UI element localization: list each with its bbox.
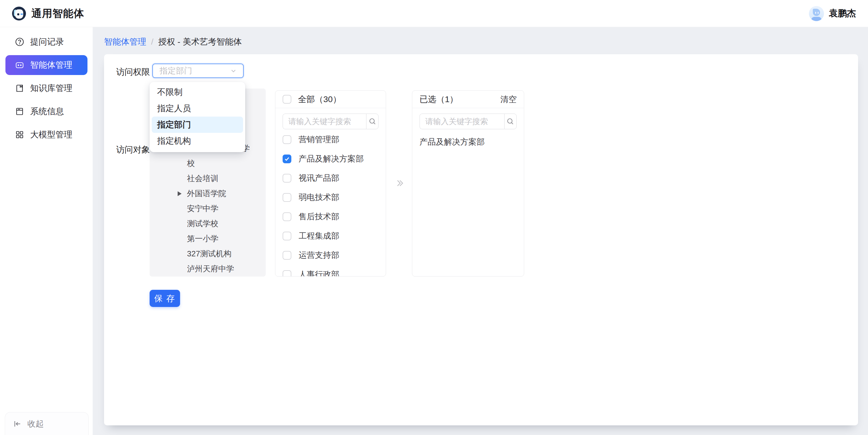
all-panel-search-button[interactable] bbox=[366, 113, 378, 129]
tree-item-label: 外国语学院 bbox=[187, 188, 226, 199]
permission-label: 访问权限： bbox=[116, 66, 158, 78]
agent-chat-icon bbox=[15, 61, 24, 70]
sidebar: 提问记录 智能体管理 知识库管理 bbox=[0, 27, 93, 435]
department-label: 人事行政部 bbox=[299, 269, 339, 276]
department-label: 产品及解决方案部 bbox=[299, 153, 364, 164]
all-panel-title: 全部（30） bbox=[298, 94, 341, 105]
clear-selection-button[interactable]: 清空 bbox=[500, 94, 517, 105]
tree-item-label: 泸州天府中学 bbox=[187, 264, 234, 274]
tree-item-partial-wrap[interactable]: 校 bbox=[150, 156, 266, 171]
tree-item-label: 社会培训 bbox=[187, 173, 218, 184]
authorization-card: 访问权限： 指定部门 访问对象： 学 校 社会培训 外国语学院 bbox=[104, 54, 858, 425]
department-checkbox[interactable] bbox=[283, 212, 291, 221]
sidebar-item-model-management[interactable]: 大模型管理 bbox=[5, 125, 88, 144]
sidebar-item-system-info[interactable]: 系统信息 bbox=[5, 102, 88, 122]
tree-item[interactable]: 泸州天府中学 bbox=[150, 261, 266, 276]
screen: 通用智能体 袁鹏杰 提问记录 bbox=[0, 0, 868, 435]
tree-item[interactable]: 第一小学 bbox=[150, 231, 266, 246]
app-logo-icon bbox=[12, 7, 26, 21]
department-row[interactable]: 弱电技术部 bbox=[275, 188, 386, 207]
knowledge-book-icon bbox=[15, 84, 24, 93]
brand: 通用智能体 bbox=[12, 7, 84, 21]
department-row[interactable]: 运营支持部 bbox=[275, 245, 386, 265]
top-bar: 通用智能体 袁鹏杰 bbox=[0, 0, 868, 27]
department-checkbox[interactable] bbox=[283, 251, 291, 260]
save-button[interactable]: 保 存 bbox=[150, 290, 180, 307]
breadcrumb-link-agent-management[interactable]: 智能体管理 bbox=[104, 36, 146, 47]
department-checkbox[interactable] bbox=[283, 193, 291, 202]
sidebar-item-knowledge-base[interactable]: 知识库管理 bbox=[5, 78, 88, 98]
model-grid-icon bbox=[15, 130, 24, 139]
sidebar-item-question-records[interactable]: 提问记录 bbox=[5, 32, 88, 52]
breadcrumb: 智能体管理 / 授权 - 美术艺考智能体 bbox=[104, 35, 242, 49]
selected-panel-searchbar bbox=[420, 113, 517, 129]
user-avatar[interactable] bbox=[809, 6, 824, 21]
tree-item-expandable[interactable]: 外国语学院 bbox=[150, 186, 266, 201]
selected-department-row[interactable]: 产品及解决方案部 bbox=[412, 133, 524, 151]
department-label: 运营支持部 bbox=[299, 250, 339, 261]
dropdown-option-specified-department[interactable]: 指定部门 bbox=[152, 116, 243, 133]
app-title: 通用智能体 bbox=[31, 7, 84, 21]
tree-item-label: 第一小学 bbox=[187, 233, 218, 244]
all-panel-header: 全部（30） bbox=[275, 91, 386, 108]
sidebar-item-label: 系统信息 bbox=[30, 106, 64, 117]
department-checkbox[interactable] bbox=[283, 174, 291, 182]
all-panel-searchbar bbox=[283, 113, 378, 129]
check-icon bbox=[284, 156, 290, 162]
dropdown-option-specified-org[interactable]: 指定机构 bbox=[152, 133, 243, 149]
chevron-down-icon bbox=[230, 67, 237, 74]
tree-item-label: 校 bbox=[187, 158, 195, 169]
select-all-checkbox[interactable] bbox=[283, 95, 291, 104]
all-panel-search-input[interactable] bbox=[283, 113, 366, 129]
permission-select[interactable]: 指定部门 bbox=[152, 64, 244, 78]
department-row[interactable]: 售后技术部 bbox=[275, 207, 386, 226]
sidebar-collapse-button[interactable]: 收起 bbox=[5, 412, 89, 435]
department-row[interactable]: 工程集成部 bbox=[275, 226, 386, 245]
department-row[interactable]: 人事行政部 bbox=[275, 265, 386, 276]
sidebar-item-label: 大模型管理 bbox=[30, 129, 72, 140]
department-checkbox-checked[interactable] bbox=[283, 155, 291, 163]
selected-panel-header: 已选（1） 清空 bbox=[412, 91, 524, 108]
transfer-right-icon bbox=[393, 176, 407, 190]
department-label: 工程集成部 bbox=[299, 230, 339, 241]
selected-panel-title: 已选（1） bbox=[420, 94, 458, 105]
department-row[interactable]: 视讯产品部 bbox=[275, 168, 386, 188]
system-doc-icon bbox=[15, 107, 24, 116]
selected-department-label: 产品及解决方案部 bbox=[420, 136, 485, 147]
dropdown-option-specified-person[interactable]: 指定人员 bbox=[152, 100, 243, 116]
tree-item[interactable]: 测试学校 bbox=[150, 216, 266, 231]
sidebar-item-label: 智能体管理 bbox=[30, 59, 72, 71]
collapse-left-icon bbox=[13, 419, 22, 428]
department-checkbox[interactable] bbox=[283, 135, 291, 144]
sidebar-item-label: 知识库管理 bbox=[30, 82, 72, 94]
tree-item[interactable]: 社会培训 bbox=[150, 171, 266, 186]
department-label: 弱电技术部 bbox=[299, 192, 339, 203]
sidebar-item-label: 提问记录 bbox=[30, 36, 64, 47]
tree-item[interactable]: 安宁中学 bbox=[150, 201, 266, 216]
selected-panel-search-input[interactable] bbox=[420, 113, 504, 129]
department-label: 售后技术部 bbox=[299, 211, 339, 222]
collapse-label: 收起 bbox=[27, 419, 44, 434]
sidebar-item-agent-management[interactable]: 智能体管理 bbox=[5, 55, 88, 75]
department-label: 营销管理部 bbox=[299, 134, 339, 145]
tree-item-label: 安宁中学 bbox=[187, 203, 218, 214]
department-row[interactable]: 产品及解决方案部 bbox=[275, 149, 386, 168]
user-name: 袁鹏杰 bbox=[829, 7, 856, 20]
department-row[interactable]: 营销管理部 bbox=[275, 130, 386, 149]
breadcrumb-separator: / bbox=[151, 37, 154, 47]
all-panel-list: 营销管理部 产品及解决方案部 视讯产品部 弱电技术部 bbox=[275, 130, 386, 276]
user-menu[interactable]: 袁鹏杰 bbox=[809, 6, 856, 21]
department-checkbox[interactable] bbox=[283, 232, 291, 240]
selected-departments-panel: 已选（1） 清空 产品及解决方案部 bbox=[412, 90, 524, 276]
permission-select-value: 指定部门 bbox=[159, 65, 192, 76]
permission-dropdown: 不限制 指定人员 指定部门 指定机构 bbox=[150, 82, 245, 152]
tree-item-label: 327测试机构 bbox=[187, 248, 231, 259]
search-icon bbox=[369, 118, 376, 125]
dropdown-option-unrestricted[interactable]: 不限制 bbox=[152, 84, 243, 100]
question-circle-icon bbox=[15, 37, 24, 46]
caret-right-icon[interactable] bbox=[178, 191, 182, 196]
tree-item[interactable]: 327测试机构 bbox=[150, 246, 266, 261]
all-departments-panel: 全部（30） 营销管理部 bbox=[275, 90, 386, 276]
department-checkbox[interactable] bbox=[283, 270, 291, 276]
selected-panel-search-button[interactable] bbox=[504, 113, 517, 129]
